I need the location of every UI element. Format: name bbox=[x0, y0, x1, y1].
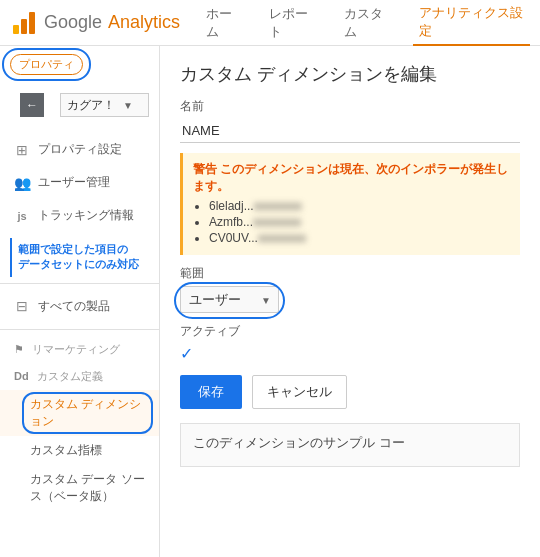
tracking-icon: js bbox=[14, 210, 30, 222]
property-section: プロパティ bbox=[0, 46, 159, 83]
warning-list: 6leladj...xxxxxxxx Azmfb...xxxxxxxx CV0U… bbox=[193, 199, 510, 245]
back-button[interactable]: ← bbox=[20, 93, 44, 117]
right-panel: カスタム ディメンションを編集 名前 警告 このディメンションは現在、次のインポ… bbox=[160, 46, 540, 557]
custom-metrics-label: カスタム指標 bbox=[30, 443, 102, 457]
custom-def-label: カスタム定義 bbox=[37, 369, 103, 384]
active-checkmark[interactable]: ✓ bbox=[180, 345, 193, 362]
nav-home[interactable]: ホーム bbox=[200, 1, 247, 45]
nav-report[interactable]: レポート bbox=[263, 1, 322, 45]
cancel-button[interactable]: キャンセル bbox=[252, 375, 347, 409]
warning-item-1: 6leladj...xxxxxxxx bbox=[209, 199, 510, 213]
name-field-label: 名前 bbox=[180, 98, 520, 115]
main-layout: プロパティ ← カグア！ ▼ ⊞ プロパティ設定 👥 ユーザー管理 bbox=[0, 46, 540, 557]
logo: Google Analytics bbox=[10, 9, 180, 37]
remarketing-icon: ⚑ bbox=[14, 343, 24, 356]
scope-select[interactable]: ヒット セッション ユーザー 製品 bbox=[180, 286, 279, 313]
user-management-icon: 👥 bbox=[14, 175, 30, 191]
nav-custom[interactable]: カスタム bbox=[338, 1, 397, 45]
remarketing-label: リマーケティング bbox=[32, 342, 120, 357]
active-section: アクティブ ✓ bbox=[180, 323, 520, 363]
active-label: アクティブ bbox=[180, 323, 520, 340]
menu-tracking-label: トラッキング情報 bbox=[38, 207, 134, 224]
menu-user-management-label: ユーザー管理 bbox=[38, 174, 110, 191]
menu-tracking[interactable]: js トラッキング情報 bbox=[0, 199, 159, 232]
menu-custom-metrics[interactable]: カスタム指標 bbox=[0, 436, 159, 465]
custom-def-section: Dd カスタム定義 bbox=[0, 363, 159, 390]
menu-custom-dimensions[interactable]: カスタム ディメンション bbox=[0, 390, 159, 436]
sidebar-menu: ⊞ プロパティ設定 👥 ユーザー管理 js トラッキング情報 bbox=[0, 133, 159, 232]
svg-rect-2 bbox=[29, 12, 35, 34]
menu-all-products-label: すべての製品 bbox=[38, 298, 110, 315]
menu-property-settings[interactable]: ⊞ プロパティ設定 bbox=[0, 133, 159, 166]
scope-label: 範囲 bbox=[180, 265, 520, 282]
header-nav: ホーム レポート カスタム アナリティクス設定 bbox=[200, 0, 530, 46]
custom-dim-wrapper: カスタム ディメンション bbox=[30, 396, 145, 430]
menu-property-settings-label: プロパティ設定 bbox=[38, 141, 122, 158]
sample-title: このディメンションのサンプル コー bbox=[193, 434, 507, 452]
sample-section: このディメンションのサンプル コー bbox=[180, 423, 520, 467]
header: Google Analytics ホーム レポート カスタム アナリティクス設定 bbox=[0, 0, 540, 46]
ga-logo-icon bbox=[10, 9, 38, 37]
svg-rect-0 bbox=[13, 25, 19, 34]
scope-select-wrapper: ヒット セッション ユーザー 製品 ▼ bbox=[180, 286, 279, 313]
sidebar-divider-1 bbox=[0, 283, 159, 284]
property-label[interactable]: プロパティ bbox=[10, 54, 83, 75]
custom-data-source-label: カスタム データ ソース（ベータ版） bbox=[30, 472, 145, 503]
menu-user-management[interactable]: 👥 ユーザー管理 bbox=[0, 166, 159, 199]
warning-item-3: CV0UV...xxxxxxxx bbox=[209, 231, 510, 245]
property-label-wrapper: プロパティ bbox=[10, 54, 83, 75]
property-settings-icon: ⊞ bbox=[14, 142, 30, 158]
menu-custom-data-source[interactable]: カスタム データ ソース（ベータ版） bbox=[0, 465, 159, 511]
name-input[interactable] bbox=[180, 119, 520, 143]
property-select[interactable]: カグア！ bbox=[60, 93, 149, 117]
logo-google-text: Google bbox=[44, 12, 102, 33]
logo-analytics-text: Analytics bbox=[108, 12, 180, 33]
nav-analytics-settings[interactable]: アナリティクス設定 bbox=[413, 0, 530, 46]
annotation-text: 範囲で設定した項目のデータセットにのみ対応 bbox=[10, 238, 149, 277]
menu-all-products[interactable]: ⊟ すべての製品 bbox=[0, 290, 159, 323]
svg-rect-1 bbox=[21, 19, 27, 34]
warning-item-2: Azmfb...xxxxxxxx bbox=[209, 215, 510, 229]
action-buttons: 保存 キャンセル bbox=[180, 375, 520, 409]
sidebar: プロパティ ← カグア！ ▼ ⊞ プロパティ設定 👥 ユーザー管理 bbox=[0, 46, 160, 557]
panel-title: カスタム ディメンションを編集 bbox=[180, 62, 520, 86]
remarketing-section: ⚑ リマーケティング bbox=[0, 336, 159, 363]
warning-title: 警告 このディメンションは現在、次のインポラーが発生します。 bbox=[193, 161, 510, 195]
warning-box: 警告 このディメンションは現在、次のインポラーが発生します。 6leladj..… bbox=[180, 153, 520, 255]
custom-dimensions-label: カスタム ディメンション bbox=[30, 397, 141, 428]
all-products-icon: ⊟ bbox=[14, 298, 30, 314]
warning-text: このディメンションは現在、次のインポラーが発生します。 bbox=[193, 162, 508, 193]
sidebar-divider-2 bbox=[0, 329, 159, 330]
scope-section: 範囲 ヒット セッション ユーザー 製品 ▼ bbox=[180, 265, 520, 313]
custom-def-icon: Dd bbox=[14, 370, 29, 382]
save-button[interactable]: 保存 bbox=[180, 375, 242, 409]
